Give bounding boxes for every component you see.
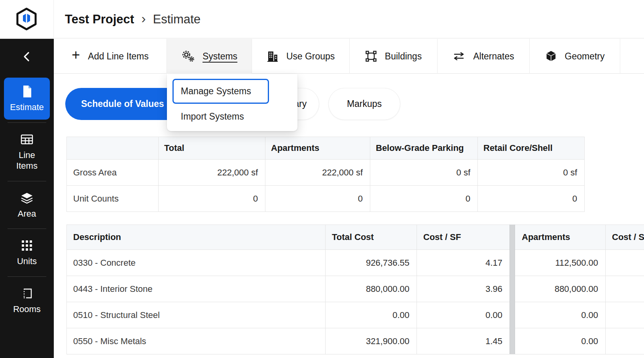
table-cell: 0550 - Misc Metals	[67, 328, 326, 354]
table-cell: 0	[159, 186, 265, 212]
systems-button[interactable]: Systems	[167, 39, 252, 74]
sidebar-item-label: Rooms	[13, 304, 41, 315]
table-cell: 222,000 sf	[159, 160, 265, 186]
sidebar-divider	[8, 229, 46, 229]
table-cell: 0	[370, 186, 478, 212]
table-cell: 0443 - Interior Stone	[67, 276, 326, 302]
table-cell	[606, 250, 644, 276]
sidebar-divider	[8, 276, 46, 277]
table-cell: 0 sf	[370, 160, 478, 186]
table-cell: 0330 - Concrete	[67, 250, 326, 276]
buildings-button[interactable]: Buildings	[350, 39, 438, 74]
schedule-of-values-table: Description Total Cost Cost / SF Apartme…	[66, 225, 644, 354]
table-cell: 112,500.00	[515, 250, 606, 276]
table-cell	[606, 328, 644, 354]
menu-item-manage-systems[interactable]: Manage Systems	[172, 79, 269, 104]
building-icon	[267, 51, 278, 62]
sidebar-item-label: Area	[18, 208, 36, 219]
table-cell: 4.17	[417, 250, 510, 276]
table-cell: 880,000.00	[326, 276, 417, 302]
menu-item-import-systems[interactable]: Import Systems	[172, 104, 292, 124]
column-header: Total	[159, 137, 265, 160]
button-label: Geometry	[565, 51, 605, 62]
button-label: Systems	[203, 51, 237, 62]
table-cell: 222,000 sf	[265, 160, 370, 186]
sidebar-collapse-button[interactable]	[18, 48, 36, 65]
swap-arrows-icon	[453, 51, 465, 61]
table-cell: 0.00	[326, 302, 417, 328]
table-cell: 0	[478, 186, 585, 212]
column-header: Retail Core/Shell	[478, 137, 585, 160]
frame-icon	[365, 50, 377, 62]
breadcrumb-chevron-icon: ›	[141, 11, 146, 25]
table-cell	[606, 302, 644, 328]
document-icon	[22, 85, 32, 98]
button-label: Alternates	[473, 51, 514, 62]
table-cell: 880,000.00	[515, 276, 606, 302]
layers-icon	[21, 192, 33, 204]
cube-icon	[545, 50, 557, 63]
sidebar-divider	[8, 122, 46, 123]
sidebar-item-label: Estimate	[10, 102, 44, 113]
table-cell: 321,900.00	[326, 328, 417, 354]
room-icon	[21, 287, 33, 300]
table-cell: 1.45	[417, 328, 510, 354]
table-cell: 926,736.55	[326, 250, 417, 276]
table-cell	[606, 276, 644, 302]
column-header: Cost / SF	[417, 225, 510, 250]
sidebar-item-label: Line Items	[8, 150, 45, 171]
tab-markups[interactable]: Markups	[328, 88, 400, 120]
add-line-items-button[interactable]: + Add Line Items	[54, 39, 167, 74]
sidebar-item-units[interactable]: Units	[4, 232, 50, 274]
button-label: Buildings	[385, 51, 422, 62]
button-label: Add Line Items	[88, 51, 148, 62]
column-header: Below-Grade Parking	[370, 137, 478, 160]
chevron-left-icon	[21, 51, 33, 63]
header-divider	[53, 0, 54, 38]
table-cell: 0510 - Structural Steel	[67, 302, 326, 328]
sidebar-item-area[interactable]: Area	[4, 184, 50, 226]
gears-icon	[181, 50, 195, 63]
sidebar-item-label: Units	[17, 256, 37, 267]
column-header: Description	[67, 225, 326, 250]
table-cell: 0	[265, 186, 370, 212]
row-header: Unit Counts	[67, 186, 159, 212]
table-cell: 0.00	[417, 302, 510, 328]
use-groups-button[interactable]: Use Groups	[252, 39, 350, 74]
sidebar: Estimate Line Items Area	[0, 39, 54, 358]
frozen-pane-scrollbar[interactable]	[510, 225, 515, 354]
column-header: Cost / SF	[606, 225, 644, 250]
geometry-button[interactable]: Geometry	[530, 39, 620, 74]
button-label: Use Groups	[286, 51, 335, 62]
table-cell: 0 sf	[478, 160, 585, 186]
sidebar-item-estimate[interactable]: Estimate	[4, 78, 50, 120]
sidebar-item-line-items[interactable]: Line Items	[4, 126, 50, 178]
column-header: Apartments	[265, 137, 370, 160]
breadcrumb-page: Estimate	[153, 12, 201, 27]
sidebar-divider	[8, 181, 46, 181]
app-header: Test Project › Estimate	[0, 0, 644, 38]
area-summary-table: Total Apartments Below-Grade Parking Ret…	[66, 137, 585, 212]
grid-icon	[21, 239, 32, 252]
table-icon	[21, 133, 33, 146]
column-header: Total Cost	[326, 225, 417, 250]
sidebar-item-rooms[interactable]: Rooms	[4, 280, 50, 322]
app-logo[interactable]	[15, 8, 38, 30]
breadcrumb: Test Project › Estimate	[65, 0, 201, 38]
row-header: Gross Area	[67, 160, 159, 186]
breadcrumb-project[interactable]: Test Project	[65, 12, 134, 27]
plus-icon: +	[72, 48, 80, 62]
column-header: Apartments	[515, 225, 606, 250]
alternates-button[interactable]: Alternates	[438, 39, 530, 74]
systems-dropdown-menu: Manage Systems Import Systems	[167, 74, 297, 131]
table-cell: 0.00	[515, 302, 606, 328]
table-cell: 3.96	[417, 276, 510, 302]
column-header	[67, 137, 159, 160]
toolbar: + Add Line Items Systems	[54, 39, 644, 74]
table-cell: 0.00	[515, 328, 606, 354]
